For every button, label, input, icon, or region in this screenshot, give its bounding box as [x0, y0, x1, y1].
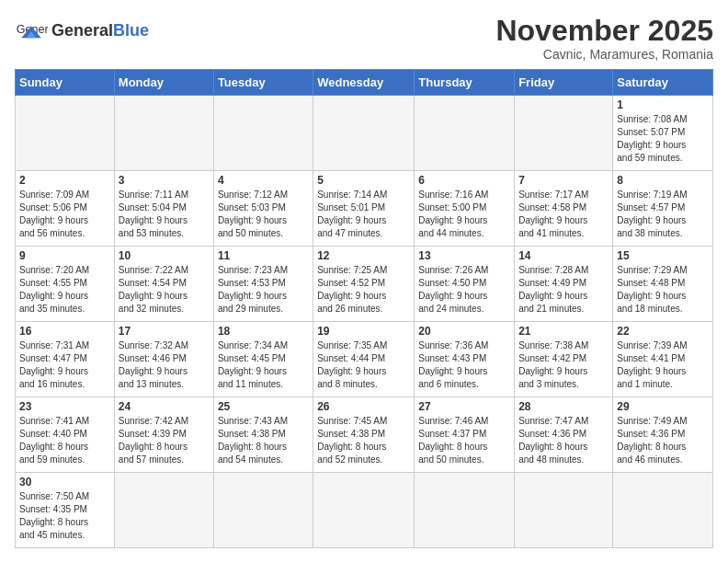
weekday-header-thursday: Thursday: [415, 70, 515, 96]
calendar-cell: 13Sunrise: 7:26 AM Sunset: 4:50 PM Dayli…: [415, 247, 515, 322]
calendar-cell: 19Sunrise: 7:35 AM Sunset: 4:44 PM Dayli…: [313, 322, 415, 397]
calendar-cell: [515, 473, 613, 548]
week-row-5: 23Sunrise: 7:41 AM Sunset: 4:40 PM Dayli…: [16, 397, 713, 473]
day-number: 22: [617, 325, 709, 338]
calendar-cell: [213, 473, 313, 548]
calendar-table: SundayMondayTuesdayWednesdayThursdayFrid…: [15, 69, 713, 548]
calendar-cell: 8Sunrise: 7:19 AM Sunset: 4:57 PM Daylig…: [613, 171, 713, 247]
day-info: Sunrise: 7:50 AM Sunset: 4:35 PM Dayligh…: [19, 490, 110, 542]
day-info: Sunrise: 7:46 AM Sunset: 4:37 PM Dayligh…: [418, 415, 510, 466]
day-number: 9: [19, 249, 110, 262]
calendar-cell: 12Sunrise: 7:25 AM Sunset: 4:52 PM Dayli…: [313, 247, 415, 322]
day-info: Sunrise: 7:31 AM Sunset: 4:47 PM Dayligh…: [19, 339, 110, 391]
weekday-header-friday: Friday: [515, 70, 613, 96]
day-info: Sunrise: 7:20 AM Sunset: 4:55 PM Dayligh…: [19, 264, 110, 316]
day-info: Sunrise: 7:25 AM Sunset: 4:52 PM Dayligh…: [317, 264, 410, 316]
day-info: Sunrise: 7:23 AM Sunset: 4:53 PM Dayligh…: [218, 264, 309, 316]
day-number: 20: [418, 325, 510, 338]
day-number: 27: [418, 400, 510, 413]
calendar-cell: 2Sunrise: 7:09 AM Sunset: 5:06 PM Daylig…: [16, 171, 115, 247]
calendar-cell: 29Sunrise: 7:49 AM Sunset: 4:36 PM Dayli…: [613, 397, 713, 473]
day-info: Sunrise: 7:17 AM Sunset: 4:58 PM Dayligh…: [518, 189, 609, 240]
day-info: Sunrise: 7:08 AM Sunset: 5:07 PM Dayligh…: [617, 113, 709, 165]
day-info: Sunrise: 7:49 AM Sunset: 4:36 PM Dayligh…: [617, 415, 709, 466]
day-info: Sunrise: 7:19 AM Sunset: 4:57 PM Dayligh…: [617, 189, 709, 240]
weekday-header-sunday: Sunday: [16, 70, 115, 96]
calendar-cell: 27Sunrise: 7:46 AM Sunset: 4:37 PM Dayli…: [415, 397, 515, 473]
day-number: 8: [617, 174, 709, 187]
calendar-cell: 15Sunrise: 7:29 AM Sunset: 4:48 PM Dayli…: [613, 247, 713, 322]
calendar-cell: 16Sunrise: 7:31 AM Sunset: 4:47 PM Dayli…: [16, 322, 115, 397]
day-number: 1: [617, 98, 709, 111]
week-row-6: 30Sunrise: 7:50 AM Sunset: 4:35 PM Dayli…: [16, 473, 713, 548]
calendar-cell: 26Sunrise: 7:45 AM Sunset: 4:38 PM Dayli…: [313, 397, 415, 473]
day-number: 5: [317, 174, 410, 187]
day-info: Sunrise: 7:11 AM Sunset: 5:04 PM Dayligh…: [119, 189, 210, 240]
day-info: Sunrise: 7:47 AM Sunset: 4:36 PM Dayligh…: [518, 415, 609, 466]
day-number: 23: [19, 400, 110, 413]
calendar-cell: 10Sunrise: 7:22 AM Sunset: 4:54 PM Dayli…: [114, 247, 213, 322]
day-number: 17: [119, 325, 210, 338]
week-row-3: 9Sunrise: 7:20 AM Sunset: 4:55 PM Daylig…: [16, 247, 713, 322]
week-row-2: 2Sunrise: 7:09 AM Sunset: 5:06 PM Daylig…: [16, 171, 713, 247]
calendar-cell: [515, 96, 613, 171]
day-number: 10: [119, 249, 210, 262]
day-number: 2: [19, 174, 110, 187]
calendar-cell: 30Sunrise: 7:50 AM Sunset: 4:35 PM Dayli…: [16, 473, 115, 548]
day-info: Sunrise: 7:16 AM Sunset: 5:00 PM Dayligh…: [418, 189, 510, 240]
day-info: Sunrise: 7:36 AM Sunset: 4:43 PM Dayligh…: [418, 339, 510, 391]
day-info: Sunrise: 7:29 AM Sunset: 4:48 PM Dayligh…: [617, 264, 709, 316]
calendar-cell: [415, 96, 515, 171]
day-info: Sunrise: 7:34 AM Sunset: 4:45 PM Dayligh…: [218, 339, 309, 391]
day-number: 11: [218, 249, 309, 262]
calendar-cell: 5Sunrise: 7:14 AM Sunset: 5:01 PM Daylig…: [313, 171, 415, 247]
calendar-cell: [415, 473, 515, 548]
day-number: 26: [317, 400, 410, 413]
day-number: 6: [418, 174, 510, 187]
day-info: Sunrise: 7:38 AM Sunset: 4:42 PM Dayligh…: [518, 339, 609, 391]
week-row-1: 1Sunrise: 7:08 AM Sunset: 5:07 PM Daylig…: [16, 96, 713, 171]
calendar-cell: 25Sunrise: 7:43 AM Sunset: 4:38 PM Dayli…: [213, 397, 313, 473]
calendar-cell: [613, 473, 713, 548]
calendar-cell: 1Sunrise: 7:08 AM Sunset: 5:07 PM Daylig…: [613, 96, 713, 171]
day-info: Sunrise: 7:14 AM Sunset: 5:01 PM Dayligh…: [317, 189, 410, 240]
title-block: November 2025 Cavnic, Maramures, Romania: [495, 15, 713, 62]
logo-icon: General: [15, 15, 48, 48]
calendar-cell: 24Sunrise: 7:42 AM Sunset: 4:39 PM Dayli…: [114, 397, 213, 473]
day-number: 21: [518, 325, 609, 338]
logo-text: GeneralBlue: [51, 22, 149, 40]
calendar-cell: [213, 96, 313, 171]
calendar-cell: [114, 96, 213, 171]
day-number: 12: [317, 249, 410, 262]
day-info: Sunrise: 7:28 AM Sunset: 4:49 PM Dayligh…: [518, 264, 609, 316]
day-info: Sunrise: 7:12 AM Sunset: 5:03 PM Dayligh…: [218, 189, 309, 240]
day-info: Sunrise: 7:09 AM Sunset: 5:06 PM Dayligh…: [19, 189, 110, 240]
calendar-cell: 14Sunrise: 7:28 AM Sunset: 4:49 PM Dayli…: [515, 247, 613, 322]
day-info: Sunrise: 7:26 AM Sunset: 4:50 PM Dayligh…: [418, 264, 510, 316]
weekday-header-row: SundayMondayTuesdayWednesdayThursdayFrid…: [16, 70, 713, 96]
day-number: 25: [218, 400, 309, 413]
day-info: Sunrise: 7:39 AM Sunset: 4:41 PM Dayligh…: [617, 339, 709, 391]
weekday-header-saturday: Saturday: [613, 70, 713, 96]
day-number: 24: [119, 400, 210, 413]
calendar-cell: 9Sunrise: 7:20 AM Sunset: 4:55 PM Daylig…: [16, 247, 115, 322]
day-number: 14: [518, 249, 609, 262]
day-number: 13: [418, 249, 510, 262]
calendar-cell: 7Sunrise: 7:17 AM Sunset: 4:58 PM Daylig…: [515, 171, 613, 247]
calendar-cell: 20Sunrise: 7:36 AM Sunset: 4:43 PM Dayli…: [415, 322, 515, 397]
calendar-cell: [16, 96, 115, 171]
calendar-cell: 28Sunrise: 7:47 AM Sunset: 4:36 PM Dayli…: [515, 397, 613, 473]
day-number: 3: [119, 174, 210, 187]
day-number: 15: [617, 249, 709, 262]
calendar-cell: 4Sunrise: 7:12 AM Sunset: 5:03 PM Daylig…: [213, 171, 313, 247]
calendar-cell: 6Sunrise: 7:16 AM Sunset: 5:00 PM Daylig…: [415, 171, 515, 247]
day-number: 7: [518, 174, 609, 187]
day-info: Sunrise: 7:43 AM Sunset: 4:38 PM Dayligh…: [218, 415, 309, 466]
calendar-cell: 18Sunrise: 7:34 AM Sunset: 4:45 PM Dayli…: [213, 322, 313, 397]
day-number: 16: [19, 325, 110, 338]
week-row-4: 16Sunrise: 7:31 AM Sunset: 4:47 PM Dayli…: [16, 322, 713, 397]
calendar-cell: 3Sunrise: 7:11 AM Sunset: 5:04 PM Daylig…: [114, 171, 213, 247]
month-title: November 2025: [495, 15, 713, 47]
page-header: General GeneralBlue November 2025 Cavnic…: [15, 15, 713, 62]
weekday-header-wednesday: Wednesday: [313, 70, 415, 96]
